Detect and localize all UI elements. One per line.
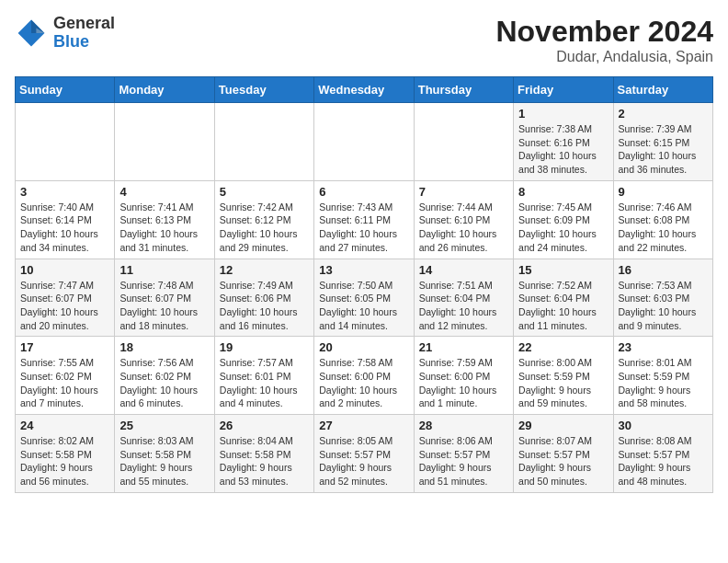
calendar-cell: 6Sunrise: 7:43 AM Sunset: 6:11 PM Daylig… xyxy=(314,180,414,259)
calendar-cell xyxy=(414,103,513,181)
day-number: 10 xyxy=(20,263,109,277)
calendar-cell: 11Sunrise: 7:48 AM Sunset: 6:07 PM Dayli… xyxy=(115,259,214,337)
day-info: Sunrise: 7:53 AM Sunset: 6:03 PM Dayligh… xyxy=(619,279,708,333)
day-header-friday: Friday xyxy=(514,77,613,103)
day-info: Sunrise: 7:43 AM Sunset: 6:11 PM Dayligh… xyxy=(319,201,408,255)
calendar-cell: 19Sunrise: 7:57 AM Sunset: 6:01 PM Dayli… xyxy=(214,337,313,415)
calendar-cell: 2Sunrise: 7:39 AM Sunset: 6:15 PM Daylig… xyxy=(613,103,712,181)
day-info: Sunrise: 7:38 AM Sunset: 6:16 PM Dayligh… xyxy=(518,122,608,177)
calendar-week-3: 10Sunrise: 7:47 AM Sunset: 6:07 PM Dayli… xyxy=(16,259,713,337)
calendar-cell xyxy=(115,103,214,181)
logo: General Blue xyxy=(15,15,115,52)
day-info: Sunrise: 7:52 AM Sunset: 6:04 PM Dayligh… xyxy=(518,279,608,333)
day-info: Sunrise: 7:48 AM Sunset: 6:07 PM Dayligh… xyxy=(119,279,209,333)
day-number: 6 xyxy=(319,185,408,199)
calendar-cell: 10Sunrise: 7:47 AM Sunset: 6:07 PM Dayli… xyxy=(16,259,115,337)
day-info: Sunrise: 7:42 AM Sunset: 6:12 PM Dayligh… xyxy=(220,201,309,255)
calendar-cell: 3Sunrise: 7:40 AM Sunset: 6:14 PM Daylig… xyxy=(16,180,115,259)
month-title: November 2024 xyxy=(495,15,713,49)
calendar-cell: 4Sunrise: 7:41 AM Sunset: 6:13 PM Daylig… xyxy=(115,180,214,259)
day-info: Sunrise: 7:41 AM Sunset: 6:13 PM Dayligh… xyxy=(119,201,209,255)
day-info: Sunrise: 8:06 AM Sunset: 5:57 PM Dayligh… xyxy=(419,434,508,488)
day-number: 5 xyxy=(220,185,309,199)
day-header-monday: Monday xyxy=(115,77,214,103)
day-number: 16 xyxy=(619,263,708,277)
calendar-cell: 9Sunrise: 7:46 AM Sunset: 6:08 PM Daylig… xyxy=(613,180,712,259)
calendar-cell xyxy=(314,103,414,181)
day-number: 28 xyxy=(419,419,508,432)
day-number: 12 xyxy=(220,263,309,277)
calendar-cell: 7Sunrise: 7:44 AM Sunset: 6:10 PM Daylig… xyxy=(414,180,513,259)
calendar-cell: 26Sunrise: 8:04 AM Sunset: 5:58 PM Dayli… xyxy=(214,415,313,493)
day-number: 15 xyxy=(518,263,608,277)
day-header-wednesday: Wednesday xyxy=(314,77,414,103)
day-number: 26 xyxy=(220,419,309,432)
day-number: 30 xyxy=(619,419,708,432)
logo-icon xyxy=(15,17,48,50)
day-info: Sunrise: 7:39 AM Sunset: 6:15 PM Dayligh… xyxy=(619,122,708,177)
title-block: November 2024 Dudar, Andalusia, Spain xyxy=(495,15,713,65)
day-info: Sunrise: 7:47 AM Sunset: 6:07 PM Dayligh… xyxy=(20,279,109,333)
day-info: Sunrise: 8:07 AM Sunset: 5:57 PM Dayligh… xyxy=(518,434,608,488)
day-info: Sunrise: 7:57 AM Sunset: 6:01 PM Dayligh… xyxy=(220,356,309,410)
calendar-cell: 16Sunrise: 7:53 AM Sunset: 6:03 PM Dayli… xyxy=(613,259,712,337)
day-info: Sunrise: 8:00 AM Sunset: 5:59 PM Dayligh… xyxy=(518,356,608,410)
calendar-week-4: 17Sunrise: 7:55 AM Sunset: 6:02 PM Dayli… xyxy=(16,337,713,415)
calendar-cell: 20Sunrise: 7:58 AM Sunset: 6:00 PM Dayli… xyxy=(314,337,414,415)
calendar-cell: 23Sunrise: 8:01 AM Sunset: 5:59 PM Dayli… xyxy=(613,337,712,415)
day-number: 20 xyxy=(319,340,408,354)
day-number: 1 xyxy=(518,107,608,121)
calendar-table: SundayMondayTuesdayWednesdayThursdayFrid… xyxy=(15,76,713,493)
day-number: 23 xyxy=(619,340,708,354)
day-number: 25 xyxy=(119,419,209,432)
calendar-cell: 25Sunrise: 8:03 AM Sunset: 5:58 PM Dayli… xyxy=(115,415,214,493)
day-number: 19 xyxy=(220,340,309,354)
day-number: 13 xyxy=(319,263,408,277)
calendar-cell xyxy=(214,103,313,181)
day-number: 24 xyxy=(20,419,109,432)
day-number: 27 xyxy=(319,419,408,432)
day-info: Sunrise: 8:03 AM Sunset: 5:58 PM Dayligh… xyxy=(119,434,209,488)
day-info: Sunrise: 7:46 AM Sunset: 6:08 PM Dayligh… xyxy=(619,201,708,255)
calendar-cell: 1Sunrise: 7:38 AM Sunset: 6:16 PM Daylig… xyxy=(514,103,613,181)
day-number: 14 xyxy=(419,263,508,277)
calendar-cell: 27Sunrise: 8:05 AM Sunset: 5:57 PM Dayli… xyxy=(314,415,414,493)
calendar-cell: 15Sunrise: 7:52 AM Sunset: 6:04 PM Dayli… xyxy=(514,259,613,337)
calendar-cell: 8Sunrise: 7:45 AM Sunset: 6:09 PM Daylig… xyxy=(514,180,613,259)
day-info: Sunrise: 7:40 AM Sunset: 6:14 PM Dayligh… xyxy=(20,201,109,255)
day-info: Sunrise: 7:55 AM Sunset: 6:02 PM Dayligh… xyxy=(20,356,109,410)
day-number: 11 xyxy=(119,263,209,277)
day-info: Sunrise: 7:51 AM Sunset: 6:04 PM Dayligh… xyxy=(419,279,508,333)
location: Dudar, Andalusia, Spain xyxy=(495,49,713,65)
day-header-tuesday: Tuesday xyxy=(214,77,313,103)
day-header-thursday: Thursday xyxy=(414,77,513,103)
page-header: General Blue November 2024 Dudar, Andalu… xyxy=(15,15,713,65)
day-number: 17 xyxy=(20,340,109,354)
day-number: 4 xyxy=(119,185,209,199)
day-number: 2 xyxy=(619,107,708,121)
day-number: 22 xyxy=(518,340,608,354)
calendar-week-5: 24Sunrise: 8:02 AM Sunset: 5:58 PM Dayli… xyxy=(16,415,713,493)
day-number: 8 xyxy=(518,185,608,199)
calendar-cell: 29Sunrise: 8:07 AM Sunset: 5:57 PM Dayli… xyxy=(514,415,613,493)
calendar-cell: 18Sunrise: 7:56 AM Sunset: 6:02 PM Dayli… xyxy=(115,337,214,415)
calendar-cell: 5Sunrise: 7:42 AM Sunset: 6:12 PM Daylig… xyxy=(214,180,313,259)
calendar-cell: 13Sunrise: 7:50 AM Sunset: 6:05 PM Dayli… xyxy=(314,259,414,337)
day-info: Sunrise: 7:49 AM Sunset: 6:06 PM Dayligh… xyxy=(220,279,309,333)
day-info: Sunrise: 7:56 AM Sunset: 6:02 PM Dayligh… xyxy=(119,356,209,410)
day-number: 9 xyxy=(619,185,708,199)
day-info: Sunrise: 8:04 AM Sunset: 5:58 PM Dayligh… xyxy=(220,434,309,488)
calendar-cell: 17Sunrise: 7:55 AM Sunset: 6:02 PM Dayli… xyxy=(16,337,115,415)
day-number: 21 xyxy=(419,340,508,354)
day-info: Sunrise: 8:02 AM Sunset: 5:58 PM Dayligh… xyxy=(20,434,109,488)
calendar-cell: 30Sunrise: 8:08 AM Sunset: 5:57 PM Dayli… xyxy=(613,415,712,493)
calendar-week-2: 3Sunrise: 7:40 AM Sunset: 6:14 PM Daylig… xyxy=(16,180,713,259)
calendar-cell: 22Sunrise: 8:00 AM Sunset: 5:59 PM Dayli… xyxy=(514,337,613,415)
day-number: 29 xyxy=(518,419,608,432)
day-info: Sunrise: 7:44 AM Sunset: 6:10 PM Dayligh… xyxy=(419,201,508,255)
calendar-cell: 28Sunrise: 8:06 AM Sunset: 5:57 PM Dayli… xyxy=(414,415,513,493)
day-number: 7 xyxy=(419,185,508,199)
day-header-sunday: Sunday xyxy=(16,77,115,103)
day-info: Sunrise: 8:01 AM Sunset: 5:59 PM Dayligh… xyxy=(619,356,708,410)
day-info: Sunrise: 8:08 AM Sunset: 5:57 PM Dayligh… xyxy=(619,434,708,488)
